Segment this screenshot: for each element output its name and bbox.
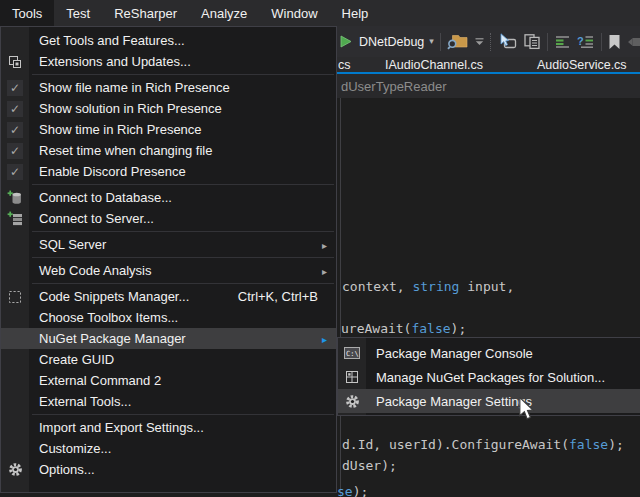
menu-item-icon-slot	[1, 51, 29, 72]
document-tab[interactable]: IAudioChannel.cs	[385, 58, 483, 72]
code-keyword: string	[412, 279, 459, 294]
menu-item-show-time-in-rich-presence[interactable]: ✓Show time in Rich Presence	[1, 119, 336, 140]
dropdown-caret-icon[interactable]	[475, 37, 484, 46]
menu-item-icon-slot	[1, 349, 29, 370]
extensions-icon	[8, 55, 22, 69]
submenu-item-package-manager-settings[interactable]: Package Manager Settings	[338, 389, 640, 413]
menu-item-label: Code Snippets Manager...	[39, 289, 189, 304]
submenu-arrow-icon: ▸	[322, 239, 327, 250]
menu-item-external-tools[interactable]: External Tools...	[1, 391, 336, 412]
database-add-icon	[7, 190, 23, 206]
menubar-item-test[interactable]: Test	[54, 0, 102, 26]
menu-item-label: Show solution in Rich Presence	[39, 101, 222, 116]
menu-item-get-tools-and-features[interactable]: Get Tools and Features...	[1, 30, 336, 51]
toolbar-separator	[440, 33, 441, 51]
code-text: );	[353, 484, 369, 497]
nuget-manage-icon	[345, 370, 359, 384]
menu-item-label: Extensions and Updates...	[39, 54, 191, 69]
menubar-item-resharper[interactable]: ReSharper	[102, 0, 189, 26]
menu-item-icon-slot: ✓	[1, 140, 29, 161]
document-tab[interactable]: cs	[338, 58, 351, 72]
menubar-item-analyze[interactable]: Analyze	[189, 0, 259, 26]
menu-item-label: External Command 2	[39, 373, 161, 388]
silent-cleanup-icon[interactable]: ?	[577, 34, 595, 49]
svg-text:?: ?	[577, 35, 584, 47]
code-keyword: se	[337, 484, 353, 497]
menu-item-icon-slot	[1, 438, 29, 459]
menu-item-icon-slot	[1, 208, 29, 229]
menu-item-create-guid[interactable]: Create GUID	[1, 349, 336, 370]
menu-item-nuget-package-manager[interactable]: NuGet Package Manager▸	[1, 328, 336, 349]
menu-item-import-and-export-settings[interactable]: Import and Export Settings...	[1, 417, 336, 438]
menu-item-label: Options...	[39, 462, 95, 477]
menu-item-label: Enable Discord Presence	[39, 164, 186, 179]
breadcrumb[interactable]: dUserTypeReader	[341, 79, 447, 94]
chevron-down-icon: ▾	[429, 37, 434, 46]
menu-item-icon-slot: ✓	[1, 119, 29, 140]
menubar-item-window[interactable]: Window	[259, 0, 329, 26]
code-line: d.Id, userId).ConfigureAwait(false);	[342, 437, 624, 452]
checkmark-icon: ✓	[7, 164, 23, 180]
code-text: ureAwait(	[341, 321, 411, 336]
code-text: d.Id, userId).ConfigureAwait(	[342, 437, 569, 452]
nuget-submenu-popup: C:\Package Manager ConsoleManage NuGet P…	[337, 337, 640, 416]
menu-item-icon-slot	[1, 328, 29, 349]
menu-item-icon-slot	[1, 370, 29, 391]
server-add-icon	[7, 211, 23, 227]
toolbar-separator	[547, 33, 548, 51]
menu-item-connect-to-server[interactable]: Connect to Server...	[1, 208, 336, 229]
submenu-item-manage-nuget-packages-for-solution[interactable]: Manage NuGet Packages for Solution...	[338, 365, 640, 389]
code-line: ureAwait(false);	[341, 321, 466, 336]
menu-item-icon-slot	[338, 389, 366, 413]
menu-item-customize[interactable]: Customize...	[1, 438, 336, 459]
search-folder-icon[interactable]	[447, 32, 469, 51]
checkmark-icon: ✓	[7, 101, 23, 117]
menu-item-options[interactable]: Options...	[1, 459, 336, 480]
menu-item-icon-slot: ✓	[1, 161, 29, 182]
bookmark-icon[interactable]	[608, 34, 621, 50]
menu-item-icon-slot	[1, 30, 29, 51]
menubar-item-help[interactable]: Help	[330, 0, 381, 26]
run-configuration-dropdown[interactable]: DNetDebug ▾	[359, 35, 434, 49]
menubar-item-tools[interactable]: Tools	[0, 0, 54, 26]
menu-item-label: Import and Export Settings...	[39, 420, 204, 435]
menu-item-label: Connect to Database...	[39, 190, 172, 205]
code-cleanup-icon[interactable]	[554, 35, 571, 49]
submenu-arrow-icon: ▸	[322, 333, 327, 344]
document-tab[interactable]: AudioService.cs	[537, 58, 627, 72]
menu-item-connect-to-database[interactable]: Connect to Database...	[1, 187, 336, 208]
submenu-item-package-manager-console[interactable]: C:\Package Manager Console	[338, 341, 640, 365]
menu-item-label: Show time in Rich Presence	[39, 122, 202, 137]
menu-item-web-code-analysis[interactable]: Web Code Analysis▸	[1, 260, 336, 281]
navigate-pointer-icon[interactable]	[498, 33, 517, 50]
menu-item-extensions-and-updates[interactable]: Extensions and Updates...	[1, 51, 336, 72]
menu-item-show-solution-in-rich-presence[interactable]: ✓Show solution in Rich Presence	[1, 98, 336, 119]
menu-item-code-snippets-manager[interactable]: Code Snippets Manager...Ctrl+K, Ctrl+B	[1, 286, 336, 307]
menu-item-choose-toolbox-items[interactable]: Choose Toolbox Items...	[1, 307, 336, 328]
menu-item-external-command-2[interactable]: External Command 2	[1, 370, 336, 391]
code-text: );	[608, 437, 624, 452]
toolbar-separator	[601, 33, 602, 51]
menu-item-label: Connect to Server...	[39, 211, 154, 226]
menu-item-label: Show file name in Rich Presence	[39, 80, 230, 95]
menu-item-icon-slot	[1, 234, 29, 255]
menu-item-reset-time-when-changing-file[interactable]: ✓Reset time when changing file	[1, 140, 336, 161]
copy-code-icon[interactable]	[523, 33, 541, 50]
menu-item-label: Package Manager Console	[376, 346, 533, 361]
toolbar-separator	[490, 33, 492, 51]
start-debug-play-icon[interactable]	[339, 34, 353, 49]
checkmark-icon: ✓	[7, 143, 23, 159]
menu-item-label: SQL Server	[39, 237, 106, 252]
menu-item-enable-discord-presence[interactable]: ✓Enable Discord Presence	[1, 161, 336, 182]
menu-item-icon-slot: ✓	[1, 77, 29, 98]
menu-item-icon-slot	[1, 459, 29, 480]
menu-item-label: Package Manager Settings	[376, 394, 532, 409]
vs-ide-window: { "menubar": { "active_item": "Tools", "…	[0, 0, 640, 497]
menu-item-label: Manage NuGet Packages for Solution...	[376, 370, 605, 385]
menu-item-show-file-name-in-rich-presence[interactable]: ✓Show file name in Rich Presence	[1, 77, 336, 98]
run-configuration-label: DNetDebug	[359, 35, 424, 49]
bookmark-prev-icon[interactable]	[627, 35, 640, 49]
menu-bar: ToolsTestReSharperAnalyzeWindowHelp	[0, 0, 640, 26]
menu-item-icon-slot	[1, 417, 29, 438]
menu-item-sql-server[interactable]: SQL Server▸	[1, 234, 336, 255]
